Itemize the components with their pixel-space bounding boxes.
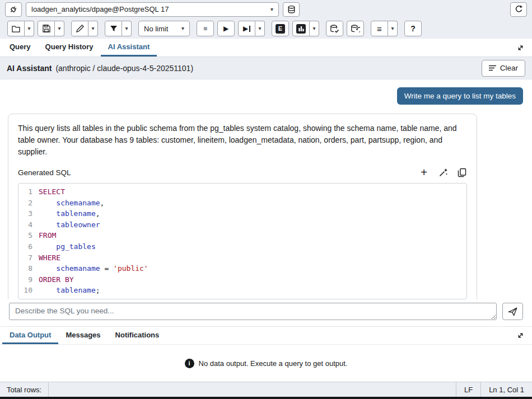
expand-icon [517, 332, 524, 339]
send-icon [507, 307, 518, 317]
ai-assistant-model: (anthropic / claude-opus-4-5-20251101) [55, 64, 193, 73]
chevron-down-icon: ▾ [312, 26, 315, 31]
tab-messages[interactable]: Messages [58, 327, 108, 344]
cursor-position[interactable]: Ln 1, Col 1 [480, 382, 532, 397]
filter-cluster: ▾ [105, 21, 132, 36]
explain-analyze-icon [296, 24, 306, 34]
tab-ai-assistant[interactable]: AI Assistant [101, 39, 157, 57]
expand-editor-button[interactable] [511, 42, 530, 54]
explain-button[interactable]: E [272, 21, 289, 36]
save-icon [43, 25, 50, 32]
chevron-down-icon: ▾ [181, 26, 184, 31]
refresh-icon [515, 5, 523, 13]
chat-area: Write me a query to list my tables This … [0, 79, 532, 299]
eol-label: LF [464, 386, 473, 394]
macro-cluster: ≡ ▾ [371, 21, 398, 36]
rollback-button[interactable] [347, 21, 364, 36]
transaction-cluster [326, 21, 364, 36]
tab-query-label: Query [10, 43, 31, 51]
send-button[interactable] [502, 303, 523, 320]
row-limit-value: No limit [144, 25, 168, 33]
tab-notifications[interactable]: Notifications [108, 327, 167, 344]
filter-button[interactable] [105, 21, 122, 36]
edit-button[interactable] [71, 21, 88, 36]
explain-analyze-menu-button[interactable]: ▾ [310, 21, 319, 36]
total-rows-label: Total rows: [7, 386, 41, 394]
filter-menu-button[interactable]: ▾ [122, 21, 132, 36]
open-file-button[interactable] [7, 21, 25, 36]
generated-sql-label: Generated SQL [18, 168, 71, 177]
prompt-input-row [0, 299, 532, 326]
tab-data-output[interactable]: Data Output [2, 327, 58, 344]
generated-sql-row: Generated SQL + [18, 167, 467, 178]
plug-icon [9, 5, 18, 14]
connection-select-value: loadgen_analytics/dpage@PostgreSQL 17 [31, 5, 169, 13]
play-icon: ▶ [223, 25, 228, 32]
edit-menu-button[interactable]: ▾ [88, 21, 98, 36]
expand-output-button[interactable] [511, 330, 530, 341]
commit-button[interactable] [326, 21, 343, 36]
clear-chat-button[interactable]: Clear [482, 60, 525, 77]
query-toolbar: ▾ ▾ [0, 18, 532, 39]
edit-cluster: ▾ [71, 21, 98, 36]
open-file-menu-button[interactable]: ▾ [25, 21, 34, 36]
save-menu-button[interactable]: ▾ [55, 21, 64, 36]
magic-wand-button[interactable] [438, 167, 448, 178]
file-cluster: ▾ ▾ [7, 21, 64, 36]
assistant-response-text: This query lists all tables in the publi… [18, 123, 467, 158]
explain-icon: E [276, 24, 285, 34]
editor-tabs: Query Query History AI Assistant [0, 39, 532, 57]
window-bottom-edge [0, 397, 532, 399]
macros-menu-button[interactable]: ▾ [388, 21, 398, 36]
chevron-down-icon: ▾ [258, 26, 261, 31]
tab-notifications-label: Notifications [115, 331, 160, 339]
execute-button[interactable]: ▶ [217, 21, 235, 36]
restore-layout-button[interactable] [510, 2, 527, 17]
execute-options-button[interactable]: ▶ [238, 21, 255, 36]
expand-icon [517, 44, 524, 51]
magic-wand-icon [438, 168, 448, 177]
tab-query-history-label: Query History [45, 43, 94, 51]
chevron-down-icon: ▾ [270, 7, 273, 12]
cancel-query-button[interactable]: ■ [197, 21, 214, 36]
chevron-down-icon: ▾ [91, 26, 94, 31]
prompt-input[interactable] [9, 303, 497, 320]
connection-select[interactable]: loadgen_analytics/dpage@PostgreSQL 17 ▾ [26, 2, 279, 17]
commit-icon [330, 25, 339, 33]
explain-analyze-button[interactable] [292, 21, 310, 36]
output-tabs: Data Output Messages Notifications [0, 326, 532, 345]
connection-bar: loadgen_analytics/dpage@PostgreSQL 17 ▾ [0, 0, 532, 18]
new-connection-button[interactable] [283, 2, 300, 17]
execute-options-menu-button[interactable]: ▾ [255, 21, 265, 36]
execute-cluster: ■ ▶ ▶ ▾ [197, 21, 265, 36]
status-right-section: LF Ln 1, Col 1 [456, 382, 532, 397]
tab-messages-label: Messages [66, 331, 100, 339]
chevron-down-icon: ▾ [391, 26, 394, 31]
sql-code-lines: 1SELECT2 schemaname,3 tablename,4 tableo… [18, 186, 466, 296]
save-button[interactable] [38, 21, 55, 36]
macros-button[interactable]: ≡ [371, 21, 388, 36]
insert-sql-button[interactable]: + [419, 167, 429, 178]
plus-icon: + [421, 167, 427, 178]
tab-data-output-label: Data Output [10, 331, 51, 339]
rollback-icon [351, 25, 360, 33]
generated-sql-code[interactable]: 1SELECT2 schemaname,3 tablename,4 tableo… [18, 183, 467, 299]
clear-icon [489, 65, 496, 71]
explain-cluster: E ▾ [272, 21, 319, 36]
help-button[interactable]: ? [404, 21, 422, 36]
tab-query-history[interactable]: Query History [38, 39, 101, 57]
row-limit-select[interactable]: No limit ▾ [138, 21, 190, 36]
help-icon: ? [410, 24, 416, 33]
eol-indicator[interactable]: LF [456, 382, 480, 397]
tab-ai-assistant-label: AI Assistant [108, 43, 150, 51]
stop-icon: ■ [203, 25, 207, 32]
empty-output-message: No data output. Execute a query to get o… [199, 359, 348, 368]
connection-status-button[interactable] [5, 2, 22, 17]
ai-assistant-title: AI Assistant [7, 64, 52, 73]
list-icon: ≡ [377, 25, 382, 33]
clear-button-label: Clear [500, 64, 518, 72]
tab-query[interactable]: Query [2, 39, 38, 57]
copy-sql-button[interactable] [457, 167, 467, 178]
info-icon: i [185, 359, 194, 368]
empty-output-area: i No data output. Execute a query to get… [0, 345, 532, 382]
